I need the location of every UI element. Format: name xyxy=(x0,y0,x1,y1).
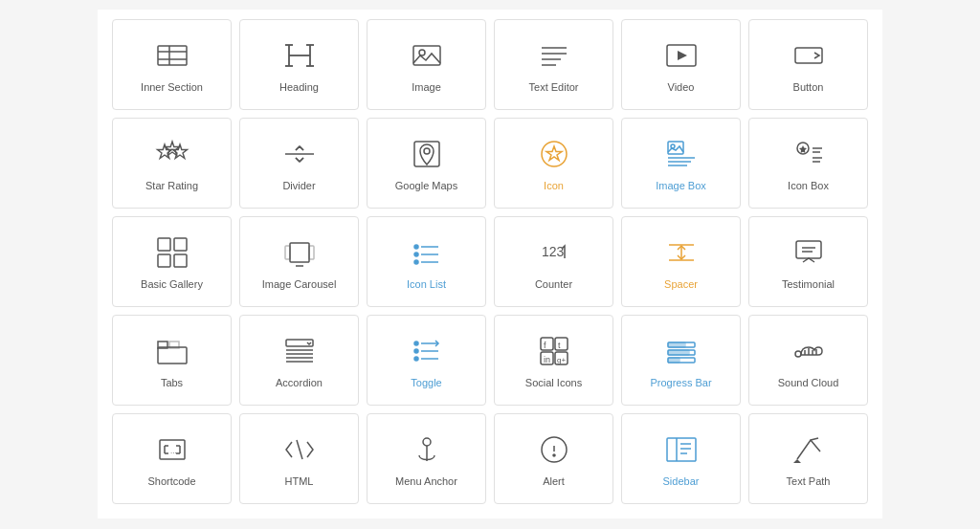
svg-marker-118 xyxy=(793,459,801,463)
widget-google-maps[interactable]: Google Maps xyxy=(367,118,486,209)
widget-tabs[interactable]: Tabs xyxy=(112,315,232,406)
widget-progress-bar[interactable]: Progress Bar xyxy=(621,315,741,406)
menu-anchor-icon xyxy=(410,432,444,467)
widget-star-rating[interactable]: Star Rating xyxy=(112,118,232,209)
widget-icon-list[interactable]: Icon List xyxy=(367,216,486,307)
inner-section-label: Inner Section xyxy=(141,80,203,94)
shortcode-label: Shortcode xyxy=(147,474,195,488)
svg-text:...: ... xyxy=(170,447,177,455)
svg-point-108 xyxy=(423,438,431,446)
tabs-label: Tabs xyxy=(161,376,183,389)
svg-rect-113 xyxy=(667,438,696,461)
star-rating-icon xyxy=(155,137,189,171)
widget-icon-box[interactable]: Icon Box xyxy=(748,118,868,209)
svg-point-112 xyxy=(553,454,555,456)
google-maps-icon xyxy=(410,137,444,171)
divider-label: Divider xyxy=(282,179,315,192)
widget-html[interactable]: HTML xyxy=(239,413,359,504)
widget-image[interactable]: Image xyxy=(367,19,486,110)
basic-gallery-label: Basic Gallery xyxy=(141,277,203,291)
social-icons-label: Social Icons xyxy=(525,376,582,389)
svg-rect-81 xyxy=(555,338,568,350)
widget-alert[interactable]: Alert xyxy=(494,413,613,504)
widget-basic-gallery[interactable]: Basic Gallery xyxy=(112,216,232,307)
widget-image-carousel[interactable]: Image Carousel xyxy=(239,216,359,307)
icon-icon xyxy=(537,137,571,171)
svg-rect-91 xyxy=(668,350,689,355)
svg-rect-45 xyxy=(158,238,170,251)
widget-text-editor[interactable]: Text Editor xyxy=(494,19,613,110)
image-box-label: Image Box xyxy=(656,179,706,192)
svg-rect-63 xyxy=(796,241,821,258)
svg-rect-49 xyxy=(290,243,309,262)
svg-text:123: 123 xyxy=(542,244,565,259)
svg-line-26 xyxy=(300,146,303,150)
widget-image-box[interactable]: Image Box xyxy=(621,118,741,209)
image-box-icon xyxy=(664,137,699,171)
widget-inner-section[interactable]: Inner Section xyxy=(112,19,232,110)
widget-sound-cloud[interactable]: Sound Cloud xyxy=(748,315,868,406)
svg-rect-66 xyxy=(158,347,187,364)
alert-label: Alert xyxy=(543,474,565,488)
widget-social-icons[interactable]: f t in g+ Social Icons xyxy=(494,315,613,406)
svg-line-29 xyxy=(296,158,300,162)
icon-list-icon xyxy=(410,235,444,270)
widget-shortcode[interactable]: ... Shortcode xyxy=(112,413,232,504)
toggle-label: Toggle xyxy=(411,376,441,389)
testimonial-label: Testimonial xyxy=(782,277,835,291)
accordion-icon xyxy=(282,334,317,368)
widget-divider[interactable]: Divider xyxy=(239,118,359,209)
divider-icon xyxy=(282,137,317,171)
social-icons-icon: f t in g+ xyxy=(537,334,571,368)
widget-menu-anchor[interactable]: Menu Anchor xyxy=(367,413,486,504)
text-editor-label: Text Editor xyxy=(529,80,579,94)
icon-box-icon xyxy=(791,137,826,171)
widget-sidebar[interactable]: Sidebar xyxy=(621,413,741,504)
svg-rect-93 xyxy=(668,358,679,363)
widget-grid: Inner Section Heading xyxy=(112,19,868,504)
widget-button[interactable]: Button xyxy=(748,19,868,110)
widget-panel: Inner Section Heading xyxy=(98,10,882,518)
video-icon xyxy=(664,38,699,73)
spacer-icon xyxy=(664,235,699,270)
text-editor-icon xyxy=(537,38,571,73)
sidebar-label: Sidebar xyxy=(663,474,700,488)
widget-video[interactable]: Video xyxy=(621,19,741,110)
svg-line-27 xyxy=(296,146,300,150)
star-rating-label: Star Rating xyxy=(145,179,198,192)
svg-rect-11 xyxy=(413,46,440,65)
counter-icon: 123 xyxy=(537,235,571,270)
accordion-label: Accordion xyxy=(276,376,323,389)
sound-cloud-icon xyxy=(791,334,826,368)
spacer-label: Spacer xyxy=(664,277,698,291)
widget-icon[interactable]: Icon xyxy=(494,118,613,209)
svg-marker-33 xyxy=(546,146,562,161)
shortcode-icon: ... xyxy=(155,432,189,467)
svg-rect-89 xyxy=(668,342,685,347)
widget-toggle[interactable]: Toggle xyxy=(367,315,486,406)
svg-point-53 xyxy=(414,245,418,249)
widget-counter[interactable]: 123 Counter xyxy=(494,216,613,307)
svg-line-107 xyxy=(297,440,302,459)
google-maps-label: Google Maps xyxy=(395,179,457,192)
image-icon xyxy=(410,38,444,73)
heading-icon xyxy=(282,38,317,73)
svg-rect-51 xyxy=(309,246,314,259)
text-path-icon xyxy=(791,432,826,467)
widget-accordion[interactable]: Accordion xyxy=(239,315,359,406)
button-icon xyxy=(791,38,826,73)
inner-section-icon xyxy=(155,38,189,73)
toggle-icon xyxy=(410,334,444,368)
widget-testimonial[interactable]: Testimonial xyxy=(748,216,868,307)
widget-text-path[interactable]: Text Path xyxy=(748,413,868,504)
svg-point-31 xyxy=(424,148,430,154)
svg-marker-18 xyxy=(678,51,687,60)
svg-rect-50 xyxy=(285,246,290,259)
widget-spacer[interactable]: Spacer xyxy=(621,216,741,307)
image-carousel-label: Image Carousel xyxy=(262,277,337,291)
svg-rect-48 xyxy=(174,254,187,267)
widget-heading[interactable]: Heading xyxy=(239,19,359,110)
svg-point-94 xyxy=(795,351,801,357)
svg-point-76 xyxy=(414,349,418,353)
svg-rect-46 xyxy=(174,238,187,251)
